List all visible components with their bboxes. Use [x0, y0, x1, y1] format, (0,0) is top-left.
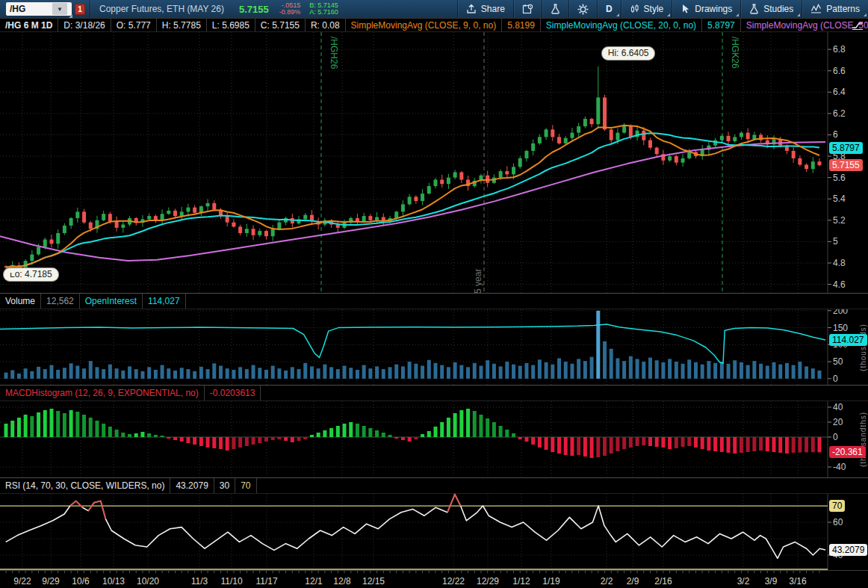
volume-header-row: Volume 12,562 OpenInterest 114,027	[0, 293, 868, 309]
svg-text:/HGK26: /HGK26	[730, 37, 740, 69]
axis-tick-label: 5.4	[833, 194, 846, 204]
analyze-flask-icon	[551, 4, 560, 14]
notes-button[interactable]	[514, 0, 542, 18]
rsi-header-row: RSI (14, 70, 30, CLOSE, WILDERS, no) 43.…	[0, 477, 868, 494]
volume-label[interactable]: Volume	[0, 294, 41, 309]
svg-text:2025 year: 2025 year	[473, 269, 483, 293]
date-tick-label: 2/2	[601, 576, 613, 587]
date-tick-label: 10/13	[102, 576, 125, 587]
axis-tick-label: 6.2	[833, 108, 846, 119]
axis-value-badge: 70	[829, 500, 845, 512]
axis-value-badge: 5.7155	[829, 159, 863, 171]
date-tick-label: 9/22	[13, 576, 31, 587]
price-change: -.0515-0.89%	[275, 2, 306, 16]
axis-tick-label: 50	[833, 356, 843, 367]
date-tick-label: 3/9	[765, 576, 778, 587]
drawings-cursor-icon	[681, 4, 690, 14]
instrument-description: Copper Futures, ETH (MAY 26)	[90, 4, 233, 14]
style-candle-icon	[630, 4, 639, 14]
share-button[interactable]: Share	[458, 0, 513, 18]
analyze-button[interactable]	[542, 0, 568, 18]
macd-label[interactable]: MACDHistogram (12, 26, 9, EXPONENTIAL, n…	[0, 386, 205, 400]
date-tick-label: 10/6	[72, 576, 89, 587]
price-plot-svg[interactable]: /HGH262025 year/HGK26	[0, 32, 868, 293]
date-tick-label: 1/12	[512, 576, 530, 587]
studies-button[interactable]: Studies	[741, 0, 802, 18]
sma20-label[interactable]: SimpleMovingAvg (CLOSE, 20, 0, no)	[541, 19, 702, 31]
axis-tick-label: 5.2	[833, 215, 846, 226]
date-tick-label: 12/8	[333, 576, 350, 587]
axis-tick-label: 0	[833, 432, 838, 442]
axis-tick-label: 0	[833, 374, 838, 384]
open-interest-label[interactable]: OpenInterest	[80, 294, 143, 309]
date-tick-label: 2/9	[627, 576, 639, 587]
date-tick-label: 3/16	[789, 576, 806, 587]
macd-plot-svg[interactable]	[0, 401, 868, 477]
date-tick-label: 12/29	[477, 576, 499, 587]
date-tick-label: 11/3	[191, 576, 208, 587]
price-pane[interactable]: /HGH262025 year/HGK26 Hi: 6.6405 Lo: 4.7…	[0, 32, 868, 293]
symbol-input[interactable]	[6, 4, 52, 14]
drawings-button[interactable]: Drawings	[672, 0, 740, 18]
axis-tick-label: 200	[833, 309, 848, 316]
date-tick-label: 1/19	[542, 576, 559, 587]
macd-axis-unit: (thousandths)	[859, 412, 867, 467]
volume-plot-svg[interactable]	[0, 309, 868, 385]
symbol-dropdown-icon[interactable]: ▼	[52, 3, 67, 15]
rsi-label[interactable]: RSI (14, 70, 30, CLOSE, WILDERS, no)	[0, 478, 170, 493]
gear-icon	[577, 4, 589, 15]
axis-tick-label: 5.6	[833, 173, 846, 183]
high-marker-bubble: Hi: 6.6405	[601, 46, 656, 61]
open-interest-value: 114,027	[143, 294, 186, 309]
date-tick-label: 9/29	[42, 576, 59, 587]
bar-open: O: 5.777	[111, 19, 157, 31]
sma9-value: 5.8199	[502, 19, 541, 31]
alert-badge[interactable]: 1	[75, 4, 85, 15]
axis-value-badge: 5.8797	[829, 142, 863, 154]
axis-tick-label: -40	[833, 462, 846, 472]
rsi-value: 43.2079	[170, 478, 214, 493]
settings-button[interactable]	[569, 0, 597, 18]
bid-ask: B: 5.7145A: 5.7160	[305, 2, 343, 16]
date-axis[interactable]: 9/229/2910/610/1310/2011/311/1011/1712/1…	[0, 570, 868, 588]
volume-pane[interactable]: (thousands) 200150100500114.027	[0, 309, 868, 385]
axis-tick-label: 60	[833, 517, 843, 527]
date-tick-label: 11/10	[220, 576, 242, 587]
patterns-button[interactable]: Patterns	[802, 0, 868, 18]
rsi-overbought-value: 70	[235, 478, 256, 493]
chart-line-icon[interactable]	[851, 20, 864, 31]
macd-header-row: MACDHistogram (12, 26, 9, EXPONENTIAL, n…	[0, 385, 868, 401]
rsi-pane[interactable]: 60407043.2079	[0, 494, 868, 570]
axis-tick-label: 6.4	[833, 87, 846, 97]
sma9-label[interactable]: SimpleMovingAvg (CLOSE, 9, 0, no)	[346, 19, 503, 31]
bar-low: L: 5.6985	[207, 19, 255, 31]
trading-app-window: ▼ 1 Copper Futures, ETH (MAY 26) 5.7155 …	[0, 0, 868, 588]
notes-icon	[522, 4, 533, 14]
axis-value-badge: -20.361	[829, 446, 866, 458]
date-tick-label: 12/1	[305, 576, 322, 587]
bar-high: H: 5.7785	[157, 19, 207, 31]
timeframe-button[interactable]: D	[598, 0, 621, 18]
symbol-timeframe-label[interactable]: /HG 6 M 1D	[0, 19, 58, 31]
last-price: 5.7155	[233, 4, 275, 15]
bar-close: C: 5.7155	[255, 19, 306, 31]
volume-value: 12,562	[41, 294, 80, 309]
style-button[interactable]: Style	[621, 0, 672, 18]
axis-tick-label: 150	[833, 323, 848, 333]
axis-tick-label: 6.6	[833, 66, 846, 76]
svg-text:/HGH26: /HGH26	[329, 37, 339, 69]
axis-tick-label: 20	[833, 417, 843, 427]
axis-value-badge: 114.027	[829, 334, 867, 346]
low-marker-bubble: Lo: 4.7185	[3, 267, 59, 282]
bar-date: D: 3/18/26	[58, 19, 111, 31]
axis-value-badge: 43.2079	[829, 544, 867, 556]
patterns-zigzag-icon	[810, 4, 822, 14]
symbol-input-box[interactable]: ▼	[6, 2, 72, 16]
rsi-plot-svg[interactable]	[0, 494, 868, 570]
date-tick-label: 12/22	[442, 576, 465, 587]
sma50-label[interactable]: SimpleMovingAvg (CLOSE, 50, 0, no)	[741, 19, 868, 31]
axis-tick-label: 6.8	[833, 44, 846, 55]
sma20-value: 5.8797	[702, 19, 741, 31]
axis-tick-label: 4.8	[833, 258, 846, 268]
macd-pane[interactable]: (thousandths) 40200-40-20.361	[0, 401, 868, 477]
